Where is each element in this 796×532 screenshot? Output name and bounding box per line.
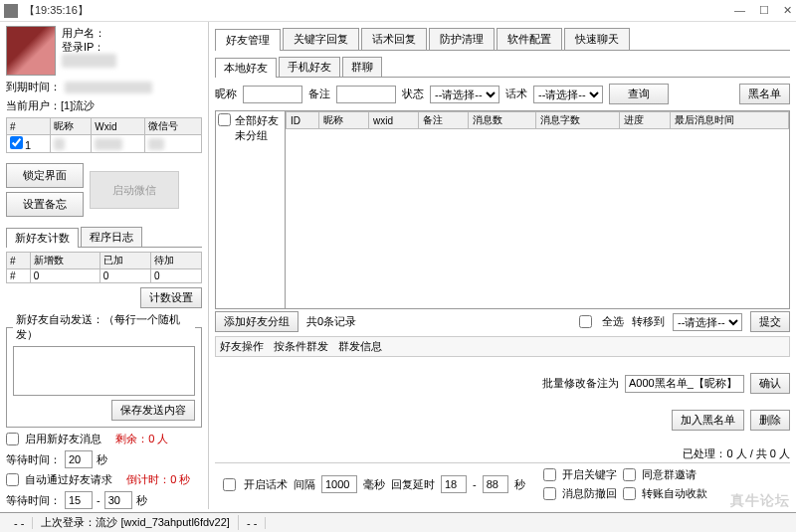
countdown-label: 倒计时：0 秒 [126,472,190,487]
grid-area: 全部好友未分组 ID 昵称 wxid 备注 消息数 消息字数 进度 最后消息时间 [215,110,790,309]
col-nick: 昵称 [50,118,92,135]
backup-button[interactable]: 设置备忘 [6,192,84,217]
delay-a-input[interactable] [441,475,467,493]
right-panel: 好友管理 关键字回复 话术回复 防护清理 软件配置 快速聊天 本地好友 手机好友… [209,22,796,509]
confirm-button[interactable]: 确认 [750,373,790,394]
blacklist-button[interactable]: 黑名单 [739,84,790,104]
tab-quick-chat[interactable]: 快速聊天 [564,28,630,50]
tree-item-all[interactable]: 全部好友未分组 [218,113,283,143]
filter-row: 昵称 备注 状态--请选择-- 话术--请选择-- 查询 黑名单 [215,84,790,104]
tab-script-reply[interactable]: 话术回复 [361,28,427,50]
wait-b-input[interactable] [104,491,132,509]
app-icon [4,4,18,18]
add-group-button[interactable]: 添加好友分组 [215,311,298,332]
start-wechat-button[interactable]: 启动微信 [90,171,179,209]
transfer-select[interactable]: --请选择-- [673,313,742,331]
tab-local-friends[interactable]: 本地好友 [215,58,277,78]
add-blacklist-button[interactable]: 加入黑名单 [672,410,744,431]
minimize-icon[interactable]: — [734,4,745,17]
submit-button[interactable]: 提交 [750,311,790,332]
close-icon[interactable]: ✕ [783,4,792,17]
titlebar: 【19:35:16】 — ☐ ✕ [0,0,796,22]
tab-keyword-reply[interactable]: 关键字回复 [283,28,359,50]
chk-enable-new[interactable] [6,433,19,445]
chk-select-all[interactable] [579,315,592,328]
remark-input[interactable] [336,86,396,103]
tab-software-config[interactable]: 软件配置 [497,28,562,50]
chk-agree-group[interactable] [623,468,636,481]
col-wxno: 微信号 [144,118,201,135]
tab-new-friend-count[interactable]: 新好友计数 [6,228,79,248]
delete-button[interactable]: 删除 [750,410,790,431]
sub-tabs: 本地好友 手机好友 群聊 [215,57,790,78]
group-tree: 全部好友未分组 [216,111,286,308]
save-send-button[interactable]: 保存发送内容 [111,400,195,421]
remain-label: 剩余：0 人 [115,432,168,446]
wait-a-input[interactable] [65,491,93,509]
ops-cond-send[interactable]: 按条件群发 [274,339,328,354]
status-seg-3: - - [239,517,266,529]
tab-program-log[interactable]: 程序日志 [81,227,142,247]
batch-remark-input[interactable] [625,375,744,393]
chk-keyword[interactable] [543,468,556,481]
col-wxid: Wxid [92,118,144,135]
tab-phone-friends[interactable]: 手机好友 [279,57,340,77]
script-select[interactable]: --请选择-- [533,86,603,103]
user-label: 用户名： [62,27,105,39]
auto-send-label: 新好友自动发送：（每行一个随机发） [13,312,195,342]
tab-friend-mgmt[interactable]: 好友管理 [215,29,281,51]
chk-script[interactable] [223,478,236,491]
account-table: # 昵称 Wxid 微信号 1 xx xxxxx xxx [6,117,202,153]
friend-grid[interactable]: ID 昵称 wxid 备注 消息数 消息字数 进度 最后消息时间 [286,111,789,308]
col-idx: # [7,118,51,135]
status-seg-1: - - [6,517,33,529]
current-user: 当前用户：[1]流沙 [6,98,202,113]
interval-input[interactable] [321,475,357,493]
table-row[interactable]: 1 xx xxxxx xxx [7,135,202,153]
expire-value: xxxxxxxxxxxxxxxx [65,82,152,93]
ip-label: 登录IP： [62,41,104,53]
watermark: 真牛论坛 [730,492,790,510]
statusbar: - - 上次登录：流沙 [wxid_73ahputl6fdv22] - - [0,512,796,532]
delay-b-input[interactable] [483,475,508,493]
auto-send-textarea[interactable] [13,346,195,396]
status-last-login: 上次登录：流沙 [wxid_73ahputl6fdv22] [33,515,239,530]
record-count: 共0条记录 [306,314,356,329]
friend-count-table: # 新增数 已加 待加 # 0 0 0 [6,252,202,283]
avatar [6,26,56,76]
status-select[interactable]: --请选择-- [430,86,499,103]
ops-mass-send[interactable]: 群发信息 [338,339,382,354]
maximize-icon[interactable]: ☐ [759,4,769,17]
chk-anti-recall[interactable] [543,487,556,500]
ops-label: 好友操作 [220,339,264,354]
count-settings-button[interactable]: 计数设置 [140,287,202,308]
wait-input[interactable] [65,450,93,468]
ops-row: 好友操作 按条件群发 群发信息 [215,336,790,357]
table-row: # 0 0 0 [7,269,202,283]
user-info: 用户名： 登录IP： xxxxxxxxxx [62,26,116,76]
chk-auto-collect[interactable] [623,487,636,500]
tab-protection[interactable]: 防护清理 [429,28,495,50]
chk-auto-pass[interactable] [6,473,19,486]
lock-button[interactable]: 锁定界面 [6,163,84,188]
main-tabs: 好友管理 关键字回复 话术回复 防护清理 软件配置 快速聊天 [215,28,790,51]
expire-label: 到期时间： [6,80,61,94]
query-button[interactable]: 查询 [609,84,669,104]
batch-label: 批量修改备注为 [542,376,619,391]
nick-input[interactable] [243,86,302,103]
row-check[interactable] [10,136,23,149]
left-panel: 用户名： 登录IP： xxxxxxxxxx 到期时间：xxxxxxxxxxxxx… [0,22,209,509]
tab-groups[interactable]: 群聊 [342,57,382,77]
window-title: 【19:35:16】 [24,3,734,18]
ip-value: xxxxxxxxxx [62,54,116,68]
processed-label: 已处理：0 人 / 共 0 人 [683,446,790,461]
